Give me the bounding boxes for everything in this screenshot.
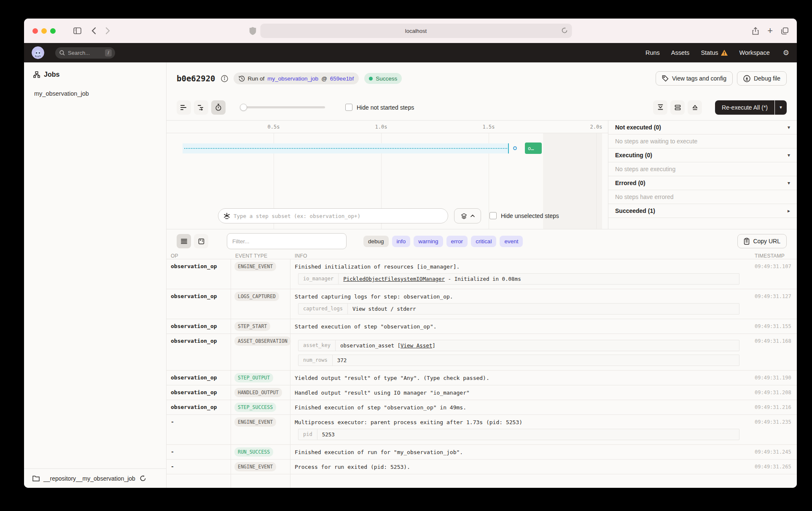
step-subset-input[interactable] xyxy=(234,213,443,219)
step-section-header[interactable]: Errored (0)▾ xyxy=(608,176,797,190)
log-timestamp-cell[interactable]: 09:49:31.168 xyxy=(751,334,797,370)
gantt-zoom-slider[interactable] xyxy=(241,106,325,108)
log-row[interactable]: observation_opLOGS_CAPTUREDStarted captu… xyxy=(167,289,797,319)
reexecute-dropdown-caret[interactable]: ▾ xyxy=(775,100,787,115)
share-icon[interactable] xyxy=(752,27,759,35)
caret-right-icon: ▸ xyxy=(788,208,790,214)
hide-not-started-checkbox[interactable] xyxy=(345,104,352,111)
log-level-chip-warning[interactable]: warning xyxy=(414,236,443,247)
forward-icon[interactable] xyxy=(105,27,110,35)
info-icon[interactable] xyxy=(221,75,228,82)
view-tags-config-button[interactable]: View tags and config xyxy=(656,71,733,86)
log-event-type-cell: HANDLED_OUTPUT xyxy=(231,385,290,400)
sidebar-item-job[interactable]: my_observation_job xyxy=(24,90,166,97)
log-timestamp-cell[interactable]: 09:49:31.127 xyxy=(751,289,797,319)
reexecute-all-button[interactable]: Re-execute All (*) xyxy=(715,100,774,115)
step-section-header[interactable]: Executing (0)▾ xyxy=(608,148,797,162)
nav-assets[interactable]: Assets xyxy=(671,49,690,56)
metadata-value: 5253 xyxy=(317,429,339,440)
log-row[interactable]: -ENGINE_EVENTProcess for run exited (pid… xyxy=(167,460,797,474)
nav-runs[interactable]: Runs xyxy=(645,49,660,56)
collapse-all-icon[interactable] xyxy=(653,100,667,115)
log-filter-input[interactable] xyxy=(232,238,341,245)
axis-tick: 0.5s xyxy=(268,124,280,130)
log-timestamp-cell[interactable]: 09:49:31.265 xyxy=(751,460,797,474)
metadata-link[interactable]: PickledObjectFilesystemIOManager xyxy=(343,276,445,282)
commit-link[interactable]: 659ee1bf xyxy=(330,75,354,82)
log-timestamp-cell[interactable]: 09:49:31.190 xyxy=(751,371,797,385)
eject-icon[interactable] xyxy=(688,100,702,115)
step-section-header[interactable]: Succeeded (1)▸ xyxy=(608,204,797,218)
gantt-chart[interactable]: 0.5s1.0s1.5s2.0s o… xyxy=(167,121,608,229)
zoom-window-button[interactable] xyxy=(50,28,56,34)
search-input[interactable] xyxy=(68,50,99,56)
browser-chrome: localhost + xyxy=(24,19,797,43)
copy-url-button[interactable]: Copy URL xyxy=(737,234,787,248)
metadata-link[interactable]: View Asset xyxy=(401,342,432,349)
slider-thumb[interactable] xyxy=(240,104,247,111)
back-icon[interactable] xyxy=(91,27,96,35)
nav-workspace[interactable]: Workspace xyxy=(739,49,769,56)
rows-view-icon[interactable] xyxy=(670,100,685,115)
log-level-chip-info[interactable]: info xyxy=(392,236,411,247)
layers-icon xyxy=(461,213,467,219)
log-timestamp-cell[interactable]: 09:49:31.107 xyxy=(751,259,797,289)
nav-status[interactable]: Status xyxy=(701,49,728,56)
job-link[interactable]: my_observation_job xyxy=(267,75,318,82)
global-search[interactable]: / xyxy=(55,47,115,59)
tab-overview-icon[interactable] xyxy=(781,27,788,35)
log-row[interactable]: -RUN_SUCCESSFinished execution of run fo… xyxy=(167,445,797,460)
new-tab-icon[interactable]: + xyxy=(767,25,773,36)
log-table: OP EVENT TYPE INFO TIMESTAMP observation… xyxy=(167,253,797,488)
log-timestamp-cell[interactable]: 09:49:31.155 xyxy=(751,319,797,333)
gantt-timed-view-icon[interactable] xyxy=(211,100,226,115)
settings-gear-icon[interactable]: ⚙ xyxy=(783,48,789,57)
shield-icon[interactable] xyxy=(249,27,256,35)
log-timestamp-cell[interactable]: 09:49:31.208 xyxy=(751,385,797,400)
graph-query-toggle-button[interactable] xyxy=(454,208,481,223)
log-level-chip-debug[interactable]: debug xyxy=(363,236,389,247)
gantt-flat-view-icon[interactable] xyxy=(177,100,191,115)
log-op-cell: - xyxy=(167,415,231,444)
log-row[interactable]: observation_opSTEP_STARTStarted executio… xyxy=(167,319,797,334)
log-row[interactable]: observation_opSTEP_OUTPUTYielded output … xyxy=(167,371,797,385)
reload-repository-icon[interactable] xyxy=(140,475,146,481)
log-op-cell: observation_op xyxy=(167,289,231,319)
reload-icon[interactable] xyxy=(561,27,567,34)
log-list-view-icon[interactable] xyxy=(177,234,191,248)
debug-file-button[interactable]: Debug file xyxy=(737,71,787,86)
minimize-window-button[interactable] xyxy=(41,28,47,34)
log-timestamp-cell[interactable]: 09:49:31.216 xyxy=(751,400,797,414)
address-bar[interactable]: localhost xyxy=(260,24,572,38)
log-row[interactable]: observation_opASSET_OBSERVATIONasset_key… xyxy=(167,334,797,371)
gantt-start-marker[interactable] xyxy=(513,146,517,150)
step-section-header[interactable]: Not executed (0)▾ xyxy=(608,121,797,134)
log-row[interactable]: observation_opHANDLED_OUTPUTHandled outp… xyxy=(167,385,797,400)
gantt-step-box[interactable]: o… xyxy=(525,143,542,154)
event-type-tag: STEP_SUCCESS xyxy=(234,403,276,412)
log-timestamp-cell[interactable]: 09:49:31.245 xyxy=(751,445,797,459)
log-row[interactable]: observation_opSTEP_SUCCESSFinished execu… xyxy=(167,400,797,415)
event-type-tag: ENGINE_EVENT xyxy=(234,417,276,427)
left-sidebar: Jobs my_observation_job __repository__my… xyxy=(24,62,167,488)
log-structured-view-icon[interactable] xyxy=(194,234,208,248)
log-row[interactable]: -ENGINE_EVENTMultiprocess executor: pare… xyxy=(167,415,797,445)
dagster-logo-icon[interactable] xyxy=(32,46,44,59)
log-event-type-cell: LOGS_CAPTURED xyxy=(231,289,290,319)
hide-unselected-checkbox[interactable] xyxy=(489,212,497,219)
log-row[interactable]: observation_opENGINE_EVENTFinished initi… xyxy=(167,259,797,289)
sidebar-toggle-icon[interactable] xyxy=(73,27,81,34)
log-level-chip-critical[interactable]: critical xyxy=(471,236,496,247)
log-info-cell: Process for run exited (pid: 5253). xyxy=(290,460,751,474)
column-header-op: OP xyxy=(167,253,231,259)
log-level-chip-error[interactable]: error xyxy=(446,236,468,247)
log-event-type-cell: ASSET_OBSERVATION xyxy=(231,334,290,370)
log-timestamp-cell[interactable]: 09:49:31.235 xyxy=(751,415,797,444)
op-selector-icon xyxy=(223,212,230,219)
log-level-chip-event[interactable]: event xyxy=(500,236,523,247)
status-badge: Success xyxy=(364,73,402,84)
close-window-button[interactable] xyxy=(32,28,38,34)
gantt-waterfall-view-icon[interactable] xyxy=(194,100,208,115)
log-info-cell: Yielded output "result" of type "Any". (… xyxy=(290,371,751,385)
history-clock-icon xyxy=(239,75,245,82)
